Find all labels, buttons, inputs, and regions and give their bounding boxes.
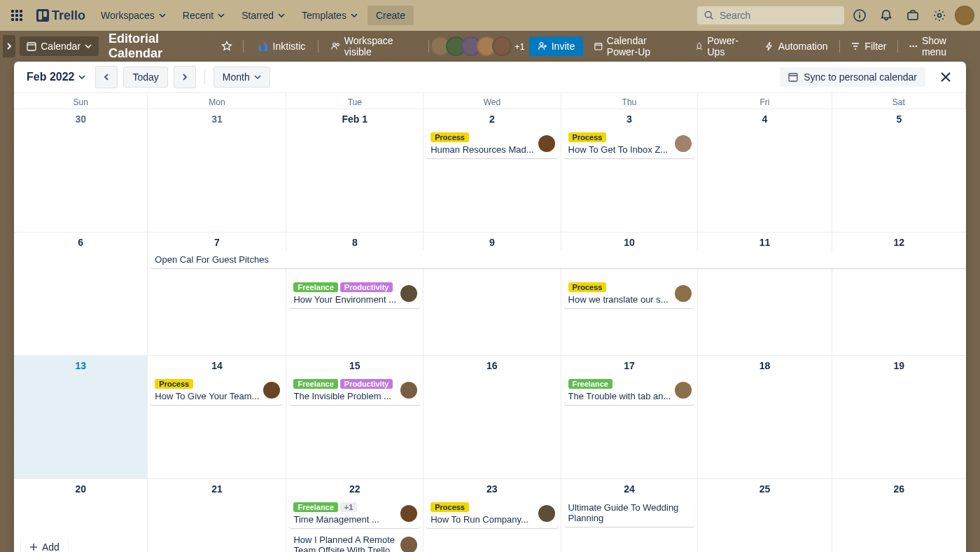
card-label: Freelance <box>293 379 337 389</box>
board-title[interactable]: Editorial Calendar <box>103 32 212 61</box>
svg-point-15 <box>913 46 914 47</box>
card-label: Freelance <box>293 282 337 292</box>
calendar-icon <box>788 72 798 82</box>
card[interactable]: How I Planned A Remote Team Offsite With… <box>289 531 420 552</box>
card[interactable]: Process How we translate our s... <box>564 279 695 308</box>
day-header: Tue <box>286 92 424 109</box>
notifications-icon[interactable] <box>875 4 897 27</box>
day-cell[interactable]: 18 <box>698 355 832 478</box>
svg-point-14 <box>910 46 911 47</box>
card-label-more: +1 <box>340 502 358 512</box>
invite-button[interactable]: Invite <box>529 36 583 56</box>
atlassian-icon <box>256 40 269 53</box>
card[interactable]: Process Human Resources Mad... <box>426 129 557 158</box>
day-number: 25 <box>701 482 828 499</box>
card[interactable]: Process How To Get To Inbox Z... <box>564 129 695 158</box>
card[interactable]: Freelance The Trouble with tab an... <box>564 375 695 405</box>
sync-calendar-button[interactable]: Sync to personal calendar <box>780 67 925 87</box>
automation-button[interactable]: Automation <box>757 36 835 56</box>
day-cell[interactable]: 4 <box>698 109 832 232</box>
card-spanning[interactable]: Open Cal For Guest Pitches <box>150 251 966 268</box>
day-cell[interactable]: 5 <box>832 109 966 232</box>
card[interactable]: Process How To Give Your Team... <box>150 375 283 405</box>
members-overflow[interactable]: +1 <box>514 41 525 52</box>
filter-button[interactable]: Filter <box>844 36 893 56</box>
svg-point-10 <box>337 43 339 46</box>
apps-switcher-icon[interactable] <box>6 4 28 27</box>
board-members[interactable]: +1 <box>435 36 525 56</box>
next-month-button[interactable] <box>174 66 196 88</box>
star-board-button[interactable] <box>216 35 237 57</box>
day-number: 3 <box>564 112 695 129</box>
search-input[interactable]: Search <box>697 6 844 25</box>
day-cell[interactable]: 2 Process Human Resources Mad... <box>424 109 561 232</box>
day-cell[interactable]: 16 <box>424 355 561 478</box>
view-switcher[interactable]: Calendar <box>20 36 99 56</box>
show-menu-button[interactable]: Show menu <box>902 31 972 62</box>
powerups-button[interactable]: Power-Ups <box>688 31 755 62</box>
chevron-down-icon <box>351 13 358 18</box>
day-cell[interactable]: 26 <box>832 478 966 552</box>
close-button[interactable] <box>934 68 958 86</box>
day-cell[interactable]: 6 <box>14 232 148 355</box>
divider <box>318 40 318 53</box>
divider <box>204 70 205 84</box>
day-number: 31 <box>150 112 283 129</box>
recent-menu[interactable]: Recent <box>176 6 232 25</box>
card[interactable]: Freelance Productivity The Invisible Pro… <box>289 375 420 405</box>
info-icon[interactable] <box>848 4 871 27</box>
card-title: How I Planned A Remote Team Offsite With… <box>293 534 416 552</box>
day-cell[interactable]: 31 <box>148 109 286 232</box>
today-button[interactable]: Today <box>123 67 167 88</box>
day-cell[interactable]: 30 <box>14 109 148 232</box>
workspaces-menu[interactable]: Workspaces <box>94 6 173 25</box>
card[interactable]: Freelance Productivity How Your Environm… <box>289 279 420 308</box>
member-avatar[interactable] <box>492 36 512 56</box>
card-title: How we translate our s... <box>568 294 691 305</box>
day-cell[interactable]: 23 Process How To Run Company... <box>424 478 561 552</box>
calendar-powerup-button[interactable]: Calendar Power-Up <box>587 31 685 62</box>
day-cell[interactable]: 19 <box>832 355 966 478</box>
day-cell[interactable]: 7 Open Cal For Guest Pitches <box>148 232 286 355</box>
prev-month-button[interactable] <box>95 66 118 88</box>
day-cell[interactable]: Feb 1 <box>286 109 424 232</box>
briefcase-icon[interactable] <box>902 4 924 27</box>
card-avatar <box>263 382 280 399</box>
trello-logo[interactable]: Trello <box>31 8 91 23</box>
range-picker[interactable]: Month <box>214 67 270 88</box>
board-icon <box>36 9 49 22</box>
svg-point-11 <box>540 43 543 46</box>
add-card-button[interactable]: Add <box>21 537 68 552</box>
day-cell[interactable]: 3 Process How To Get To Inbox Z... <box>561 109 699 232</box>
month-picker[interactable]: Feb 2022 <box>22 68 90 86</box>
card-avatar <box>675 382 692 399</box>
profile-avatar[interactable] <box>955 6 974 25</box>
card-title: How To Give Your Team... <box>155 391 279 401</box>
card[interactable]: Process How To Run Company... <box>426 499 557 528</box>
day-cell[interactable]: 17 Freelance The Trouble with tab an... <box>561 355 699 478</box>
settings-icon[interactable] <box>928 4 951 27</box>
day-cell-today[interactable]: 13 <box>14 355 148 478</box>
day-cell[interactable]: 14 Process How To Give Your Team... <box>148 355 286 478</box>
templates-menu[interactable]: Templates <box>295 6 365 25</box>
workspace-link[interactable]: Inktistic <box>249 36 313 57</box>
day-header: Sun <box>14 92 148 109</box>
create-button[interactable]: Create <box>368 6 414 25</box>
starred-menu[interactable]: Starred <box>234 6 292 25</box>
card[interactable]: Freelance +1 Time Management ... <box>289 499 420 528</box>
day-cell[interactable]: 24 Ultimate Guide To Wedding Planning <box>561 478 699 552</box>
day-cell[interactable]: 25 <box>698 478 832 552</box>
svg-rect-7 <box>27 43 36 50</box>
day-number: 22 <box>289 482 420 499</box>
visibility-button[interactable]: Workspace visible <box>324 31 423 62</box>
expand-sidebar-button[interactable] <box>3 35 15 57</box>
day-cell[interactable]: 22 Freelance +1 Time Management ... How … <box>286 478 424 552</box>
day-number: 18 <box>701 359 828 375</box>
day-cell[interactable]: 21 <box>148 478 286 552</box>
svg-point-6 <box>938 14 941 18</box>
card-title: How Your Environment ... <box>293 294 416 305</box>
card[interactable]: Ultimate Guide To Wedding Planning <box>564 499 695 527</box>
day-cell[interactable]: 20 Add <box>14 478 148 552</box>
svg-point-0 <box>705 11 711 18</box>
day-cell[interactable]: 15 Freelance Productivity The Invisible … <box>286 355 424 478</box>
